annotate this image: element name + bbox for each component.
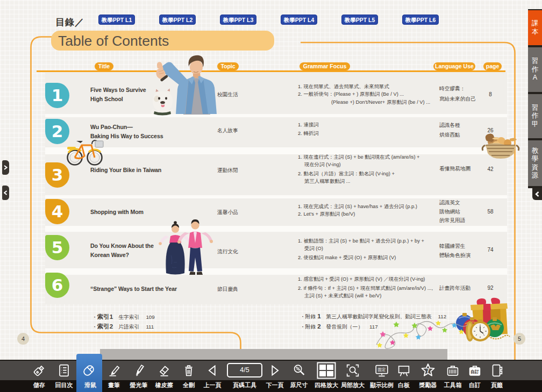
page-title: Table of Contents [58,33,169,49]
ppt-button-l4[interactable]: 教學PPT L4 [281,15,317,25]
column-header-grammar: Grammar Focus [299,62,350,70]
index-entry: ・索引1生字索引109 [92,313,155,321]
unit-badge-1: 1 [45,83,69,108]
language-use-3: 看懂簡易地圖 [439,164,470,174]
page-tab-icon [484,361,509,380]
unit-title-3: Riding Your Bike in Taiwan [90,166,161,175]
highlighter-icon [126,361,151,380]
unit-title-6: “Strange” Ways to Start the Year [90,284,177,294]
whiteboard-icon [391,361,416,380]
unit-badge-4: 4 [45,199,69,224]
language-use-4: 認識英文購物網站的常見用語 [439,198,465,225]
grammar-focus-4: 1. 現在完成式：主詞 (S) + have/has + 過去分詞 (p.p.)… [298,203,417,218]
menu-label: 目錄／ [55,16,84,28]
appendix-entry: ・附錄 1第三人稱單數動詞字尾變化規則、動詞三態表112 [300,313,446,320]
column-header-language: Language Use [433,62,475,70]
unit-title-5: Do You Know About theKorean Wave? [90,241,154,259]
chevron-right-icon [2,160,9,175]
toc-document-icon [52,361,76,380]
unit-topic-2: 名人故事 [217,127,238,134]
custom-briefcase-icon: 自訂 [462,361,487,380]
grammar-focus-2: 1. 連接詞2. 轉折詞 [298,120,319,138]
unit-topic-6: 節日慶典 [217,286,238,293]
zoom-percent-icon [287,361,311,380]
unit-page-6: 92 [481,285,500,291]
unit-page-2: 26 [481,127,500,133]
chevron-left-icon [532,188,542,200]
unit-topic-5: 流行文化 [217,248,238,255]
appendix-entry: ・附錄 2發音規則（一）117 [300,323,378,331]
mouse-icon [76,361,101,380]
grammar-focus-5: 1. 被動語態：主詞 (S) + be 動詞 + 過去分詞 (p.p.) + b… [298,237,424,261]
original-size-button[interactable]: 原尺寸 [287,360,311,392]
page-bottom-bar [100,349,447,360]
language-use-1: 時空膠囊：寫給未來的自己 [439,84,476,104]
fairy-lights-photo [376,320,468,348]
unit-title-1: Five Ways to SurviveHigh School [90,85,146,103]
ebook-reader: 目錄／ Table of Contents 教學PPT L1 教學PPT L2 … [0,0,542,392]
expand-left-panel-button[interactable] [2,160,9,175]
page-number-left: 4 [17,333,29,345]
column-header-page: page [483,62,502,70]
column-header-title: Title [95,62,113,70]
trash-icon [176,361,201,380]
row-separator [45,147,507,154]
unit-topic-1: 校園生活 [217,91,238,98]
grammar-focus-6: 1. 感官動詞 + 受詞 (O) + 原形動詞 (V) ／現在分詞 (V-ing… [298,275,433,300]
page-indicator[interactable]: 4/5 [227,363,262,377]
unit-topic-3: 運動休閒 [217,167,238,174]
language-use-2: 認識各種烘焙西點 [439,120,460,140]
ppt-button-l2[interactable]: 教學PPT L2 [159,15,196,25]
display-ratio-icon: 固定 [369,361,394,380]
pen-icon [102,361,126,380]
previous-page-button[interactable]: 上一頁 [200,360,225,392]
light-stars [377,320,464,348]
ppt-button-l6[interactable]: 教學PPT L6 [402,15,439,25]
grammar-focus-3: 1. 現在進行式：主詞 (S) + be 動詞現在式 (am/are/is) +… [298,153,420,185]
row-separator [45,268,507,275]
chevron-left-icon [2,186,9,200]
column-header-topic: Topic [217,62,239,70]
triangle-right-icon [262,361,287,380]
page-number-right: 5 [514,333,525,345]
unit-page-1: 8 [481,91,500,97]
grammar-focus-1: 1. 現在簡單式、過去簡單式、未來簡單式2. 一般祈使句：(Please + )… [298,83,430,106]
svg-text:自訂: 自訂 [470,369,479,374]
ppt-button-l1[interactable]: 教學PPT L1 [98,15,135,25]
index-entry: ・索引2片語索引111 [92,323,154,331]
unit-page-3: 42 [481,166,500,172]
unit-badge-2: 2 [45,119,69,144]
tab-textbook[interactable]: 課本 [528,10,542,45]
ppt-button-l3[interactable]: 教學PPT L3 [220,15,256,25]
unit-badge-6: 6 [45,273,69,298]
unit-title-4: Shopping with Mom [90,208,144,217]
header-rule [37,70,505,72]
partial-zoom-icon [340,361,365,380]
previous-page-edge-button[interactable] [2,186,9,200]
row-separator [45,226,507,232]
unit-topic-4: 溫馨小品 [217,209,238,216]
eraser-icon [152,361,176,380]
side-tab-column: 課本 習作A 習作甲 教學資源 [528,9,542,188]
svg-text:固定: 固定 [378,367,386,372]
triangle-left-icon [200,361,225,380]
four-grid-icon [314,361,339,380]
unit-page-5: 74 [481,247,500,253]
row-band-3 [45,154,507,195]
unit-badge-3: 3 [45,162,69,188]
tab-workbook-jia[interactable]: 習作甲 [528,94,542,138]
usb-save-icon [27,361,52,380]
ppt-button-l5[interactable]: 教學PPT L5 [341,15,378,25]
page-tabs-button[interactable]: 頁籤 [484,360,509,392]
collapse-tabs-button[interactable] [532,188,542,200]
language-use-6: 計畫跨年活動 [439,283,470,294]
tab-workbook-a[interactable]: 習作A [528,47,542,92]
unit-badge-5: 5 [45,235,69,260]
unit-page-4: 58 [481,209,500,215]
toolbox-icon [440,361,465,380]
reward-star-icon: 7 [416,361,440,380]
partial-zoom-button[interactable]: 局部放大 [340,360,365,392]
unit-title-2: Wu Pao-Chun—Baking His Way to Success [90,123,163,140]
tab-teaching-resources[interactable]: 教學資源 [528,140,542,186]
page-tool-label: 頁碼工具 [229,381,261,389]
